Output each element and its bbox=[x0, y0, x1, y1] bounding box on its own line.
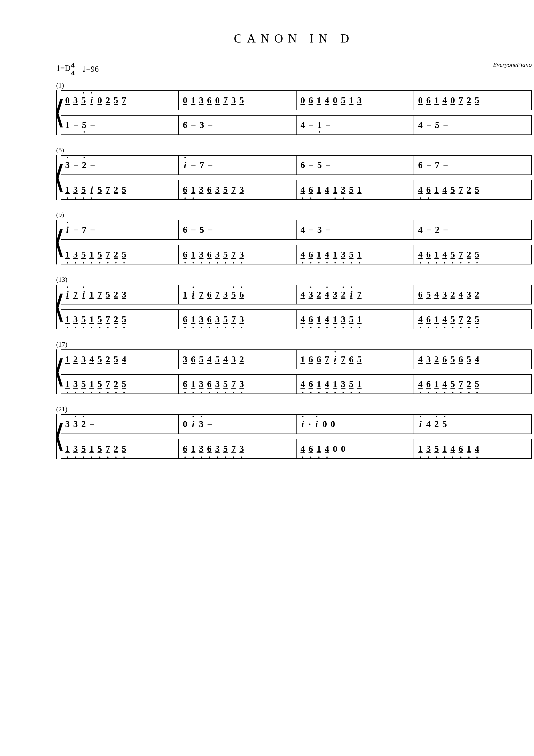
note: 5 bbox=[240, 96, 244, 105]
note: 4 bbox=[122, 355, 126, 364]
measure-20-top: 4 3 2 6 5 6 5 4 bbox=[414, 350, 531, 369]
note: 6 bbox=[426, 96, 431, 105]
dash: − bbox=[325, 225, 330, 235]
measure-23-bot: 4 6 1 4 0 0 bbox=[296, 439, 414, 458]
note: 1 bbox=[191, 380, 195, 389]
note: 3 bbox=[341, 185, 345, 194]
note: 5 bbox=[317, 161, 322, 170]
note: 4 bbox=[418, 355, 422, 364]
note: 7 bbox=[106, 444, 110, 453]
note: 4 bbox=[459, 290, 463, 299]
note: 5 bbox=[199, 355, 204, 364]
dash: − bbox=[191, 120, 196, 130]
dash: − bbox=[73, 160, 78, 171]
dash: − bbox=[309, 225, 314, 235]
note: 1 bbox=[89, 315, 94, 324]
note: 3 bbox=[357, 96, 362, 105]
note: 4 bbox=[442, 96, 447, 105]
note: 5 bbox=[223, 250, 228, 259]
gs-left-brace-1: ⟨ bbox=[56, 91, 61, 135]
note: 2 bbox=[317, 290, 321, 299]
measure-8-bot: 4 6 1 4 5 7 2 5 bbox=[414, 180, 531, 199]
measure-19-top: 1 6 6 7 i 7 6 5 bbox=[296, 350, 414, 369]
stave-bot-1: 1 − 5 − 6 − 3 − 4 − 1 − bbox=[61, 115, 532, 135]
note: 1 bbox=[434, 380, 439, 389]
bar-sep bbox=[531, 180, 532, 199]
note: 5 bbox=[475, 315, 479, 324]
measure-14-top: 1 i 7 6 7 3 5 6 bbox=[179, 285, 296, 304]
note: 3 bbox=[341, 380, 345, 389]
note: i bbox=[183, 161, 187, 170]
dash: − bbox=[73, 120, 78, 130]
note: 5 bbox=[223, 444, 228, 453]
title-area: CANON IN D bbox=[56, 32, 532, 45]
gs-left-brace-9: ⟨ bbox=[56, 220, 61, 264]
gs-left-brace-5: ⟨ bbox=[56, 155, 61, 200]
note: 5 bbox=[475, 250, 479, 259]
note: i bbox=[65, 225, 70, 234]
gs-right-5: 3 − 2 − i − 7 − 6 − 5 − bbox=[61, 155, 532, 200]
note: 1 bbox=[65, 355, 70, 364]
note: 3 bbox=[122, 290, 126, 299]
score-title: CANON IN D bbox=[56, 32, 532, 45]
note: 5 bbox=[97, 315, 102, 324]
section-label-17: (17) bbox=[56, 340, 532, 348]
note: 3 bbox=[183, 355, 187, 364]
note: 5 bbox=[122, 250, 126, 259]
section-label-13: (13) bbox=[56, 276, 532, 283]
note: 5 bbox=[475, 380, 479, 389]
measure-21-bot: 1 3 5 1 5 7 2 5 bbox=[61, 439, 178, 458]
stave-bot-5: 1 3 5 i 5 7 2 5 6 1 3 6 3 5 7 bbox=[61, 180, 532, 200]
note: 6 bbox=[442, 355, 447, 364]
note: 0 bbox=[183, 419, 187, 429]
note: 3 bbox=[73, 96, 78, 105]
note: 3 bbox=[73, 250, 78, 259]
note: 6 bbox=[309, 250, 313, 259]
note: 5 bbox=[122, 380, 126, 389]
note: 3 bbox=[199, 380, 204, 389]
note: 3 bbox=[223, 290, 228, 299]
dash: − bbox=[89, 419, 94, 429]
note: 7 bbox=[459, 96, 463, 105]
tempo-mark: ♩=96 bbox=[82, 64, 99, 74]
note: 1 bbox=[418, 444, 422, 453]
note: 3 bbox=[426, 444, 431, 453]
measure-13-bot: 1 3 5 1 5 7 2 5 bbox=[61, 310, 178, 329]
bar-sep bbox=[531, 375, 532, 393]
note: 7 bbox=[223, 96, 228, 105]
grand-staff-1: ⟨ 0 3 5 i 0 2 5 7 0 1 3 bbox=[56, 91, 532, 135]
note-dot-right: · bbox=[309, 419, 311, 429]
note: 3 bbox=[199, 315, 204, 324]
note: 4 bbox=[442, 315, 447, 324]
grand-staff-21: ⟨ 3 3 2 − 0 i 3 − bbox=[56, 414, 532, 459]
note: 6 bbox=[183, 444, 187, 453]
grand-staff-5: ⟨ 3 − 2 − i − 7 − bbox=[56, 155, 532, 200]
dash: − bbox=[443, 120, 448, 130]
note: 4 bbox=[325, 96, 329, 105]
note: 7 bbox=[215, 290, 220, 299]
note: 5 bbox=[122, 185, 126, 194]
dash: − bbox=[309, 160, 314, 171]
note: 7 bbox=[199, 290, 204, 299]
measure-6-top: i − 7 − bbox=[179, 156, 296, 175]
measure-3-bot: 4 − 1 − bbox=[296, 116, 414, 134]
note: i bbox=[191, 290, 195, 299]
section-label-5: (5) bbox=[56, 146, 532, 154]
measure-11-top: 4 − 3 − bbox=[296, 220, 414, 239]
note: 5 bbox=[223, 315, 228, 324]
note: 5 bbox=[97, 444, 102, 453]
note: 6 bbox=[207, 380, 212, 389]
note: 5 bbox=[349, 315, 354, 324]
note: 3 bbox=[231, 96, 236, 105]
note: 0 bbox=[418, 96, 422, 105]
measure-4-bot: 4 − 5 − bbox=[414, 116, 531, 134]
note: 7 bbox=[231, 185, 236, 194]
section-label-9: (9) bbox=[56, 211, 532, 219]
note: 5 bbox=[475, 96, 479, 105]
note: 6 bbox=[183, 225, 187, 234]
note: 6 bbox=[207, 444, 212, 453]
note: 7 bbox=[231, 250, 236, 259]
bar-sep bbox=[531, 245, 532, 264]
note: 6 bbox=[459, 444, 463, 453]
stave-top-17: 1 2 3 4 5 2 5 4 3 6 5 4 5 4 3 bbox=[61, 349, 532, 369]
